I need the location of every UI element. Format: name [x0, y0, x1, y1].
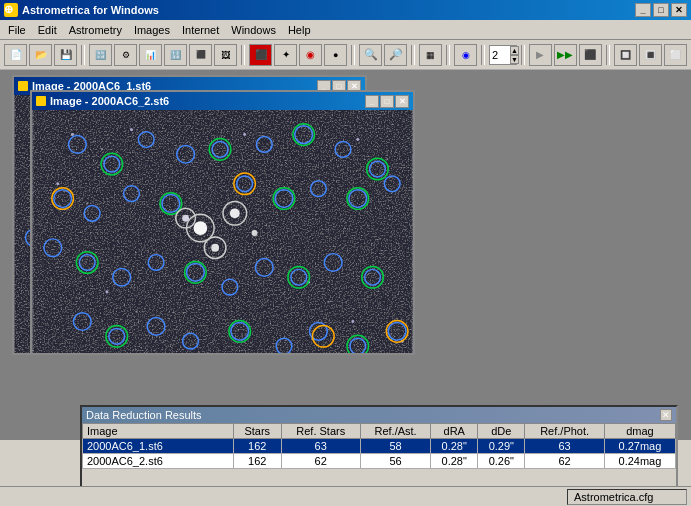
row2-ref-phot: 62 [525, 454, 604, 469]
menu-images[interactable]: Images [128, 22, 176, 38]
image-2-starfield [32, 110, 413, 353]
svg-point-94 [130, 128, 133, 131]
menu-windows[interactable]: Windows [225, 22, 282, 38]
row1-ref-ast: 58 [360, 439, 430, 454]
svg-point-101 [86, 202, 88, 204]
menu-astrometry[interactable]: Astrometry [63, 22, 128, 38]
btn-i[interactable]: ◉ [299, 44, 322, 66]
svg-point-91 [252, 230, 258, 236]
row1-ref-phot: 63 [525, 439, 604, 454]
data-table-title-bar: Data Reduction Results ✕ [82, 407, 676, 423]
image-window-2[interactable]: Image - 2000AC6_2.st6 _ □ ✕ [30, 90, 415, 355]
separator-3 [351, 45, 355, 65]
svg-point-88 [230, 208, 240, 218]
btn-l[interactable]: ◉ [454, 44, 477, 66]
zoom-in-button[interactable]: 🔍 [359, 44, 382, 66]
svg-point-89 [211, 244, 219, 252]
new-button[interactable]: 📄 [4, 44, 27, 66]
row2-dra: 0.28" [431, 454, 478, 469]
app-icon: ⊕ [4, 3, 18, 17]
menu-help[interactable]: Help [282, 22, 317, 38]
image-1-icon [18, 81, 28, 91]
btn-e[interactable]: ⬛ [189, 44, 212, 66]
col-ref-ast: Ref./Ast. [360, 424, 430, 439]
btn-m[interactable]: 🔲 [614, 44, 637, 66]
btn-c[interactable]: 📊 [139, 44, 162, 66]
row1-ref-stars: 63 [281, 439, 360, 454]
spin-controls: ▲ ▼ [510, 46, 519, 64]
btn-n[interactable]: 🔳 [639, 44, 662, 66]
separator-7 [521, 45, 525, 65]
row2-dde: 0.26" [478, 454, 525, 469]
open-button[interactable]: 📂 [29, 44, 52, 66]
btn-h[interactable]: ✦ [274, 44, 297, 66]
save-button[interactable]: 💾 [54, 44, 77, 66]
status-text: Astrometrica.cfg [567, 489, 687, 505]
maximize-button[interactable]: □ [653, 3, 669, 17]
image-2-minimize[interactable]: _ [365, 95, 379, 108]
row2-image: 2000AC6_2.st6 [83, 454, 234, 469]
zoom-out-button[interactable]: 🔎 [384, 44, 407, 66]
window-controls: _ □ ✕ [635, 3, 687, 17]
btn-a[interactable]: 🔡 [89, 44, 112, 66]
svg-point-103 [135, 311, 137, 313]
row1-dde: 0.29" [478, 439, 525, 454]
row2-dmag: 0.24mag [604, 454, 675, 469]
mdi-area: Image - 2000AC6_1.st6 _ □ ✕ [0, 70, 691, 440]
svg-point-92 [71, 133, 74, 136]
svg-point-93 [101, 148, 103, 150]
col-image: Image [83, 424, 234, 439]
col-stars: Stars [233, 424, 281, 439]
row1-dra: 0.28" [431, 439, 478, 454]
status-bar: Astrometrica.cfg [0, 486, 691, 506]
row1-image: 2000AC6_1.st6 [83, 439, 234, 454]
minimize-button[interactable]: _ [635, 3, 651, 17]
btn-d[interactable]: 🔢 [164, 44, 187, 66]
spin-up[interactable]: ▲ [510, 46, 519, 55]
data-table-close-button[interactable]: ✕ [660, 409, 672, 421]
btn-o[interactable]: ⬜ [664, 44, 687, 66]
close-button[interactable]: ✕ [671, 3, 687, 17]
btn-j[interactable]: ● [324, 44, 347, 66]
data-reduction-table: Image Stars Ref. Stars Ref./Ast. dRA dDe… [82, 423, 676, 469]
separator-6 [481, 45, 485, 65]
btn-play[interactable]: ▶ [529, 44, 552, 66]
menu-file[interactable]: File [2, 22, 32, 38]
menu-internet[interactable]: Internet [176, 22, 225, 38]
app-title-bar: ⊕ Astrometrica for Windows _ □ ✕ [0, 0, 691, 20]
separator-5 [446, 45, 450, 65]
separator-2 [241, 45, 245, 65]
col-ref-stars: Ref. Stars [281, 424, 360, 439]
image-2-icon [36, 96, 46, 106]
btn-b[interactable]: ⚙ [114, 44, 137, 66]
svg-point-98 [356, 138, 359, 141]
separator-1 [81, 45, 85, 65]
row2-stars: 162 [233, 454, 281, 469]
table-row[interactable]: 2000AC6_1.st6 162 63 58 0.28" 0.29" 63 0… [83, 439, 676, 454]
btn-play2[interactable]: ▶▶ [554, 44, 577, 66]
col-dde: dDe [478, 424, 525, 439]
btn-stop[interactable]: ⬛ [579, 44, 602, 66]
btn-k[interactable]: ▦ [419, 44, 442, 66]
row1-dmag: 0.27mag [604, 439, 675, 454]
svg-point-105 [327, 301, 329, 303]
menu-bar: File Edit Astrometry Images Internet Win… [0, 20, 691, 40]
row2-ref-ast: 56 [360, 454, 430, 469]
spin-down[interactable]: ▼ [510, 55, 519, 64]
btn-g[interactable]: ⬛ [249, 44, 272, 66]
menu-edit[interactable]: Edit [32, 22, 63, 38]
image-2-close[interactable]: ✕ [395, 95, 409, 108]
row2-ref-stars: 62 [281, 454, 360, 469]
btn-f[interactable]: 🖼 [214, 44, 237, 66]
app-title: Astrometrica for Windows [22, 4, 159, 16]
bottom-panel: Data Reduction Results ✕ Image Stars Ref… [0, 400, 691, 506]
image-2-maximize[interactable]: □ [380, 95, 394, 108]
toolbar: 📄 📂 💾 🔡 ⚙ 📊 🔢 ⬛ 🖼 ⬛ ✦ ◉ ● 🔍 🔎 ▦ ◉ 2 ▲ ▼ … [0, 40, 691, 70]
svg-point-99 [386, 158, 388, 160]
number-spinner[interactable]: 2 ▲ ▼ [489, 45, 517, 65]
image-2-content [32, 110, 413, 353]
svg-point-102 [105, 291, 108, 294]
number-input[interactable]: 2 [490, 49, 510, 61]
svg-point-96 [243, 133, 246, 136]
table-row[interactable]: 2000AC6_2.st6 162 62 56 0.28" 0.26" 62 0… [83, 454, 676, 469]
